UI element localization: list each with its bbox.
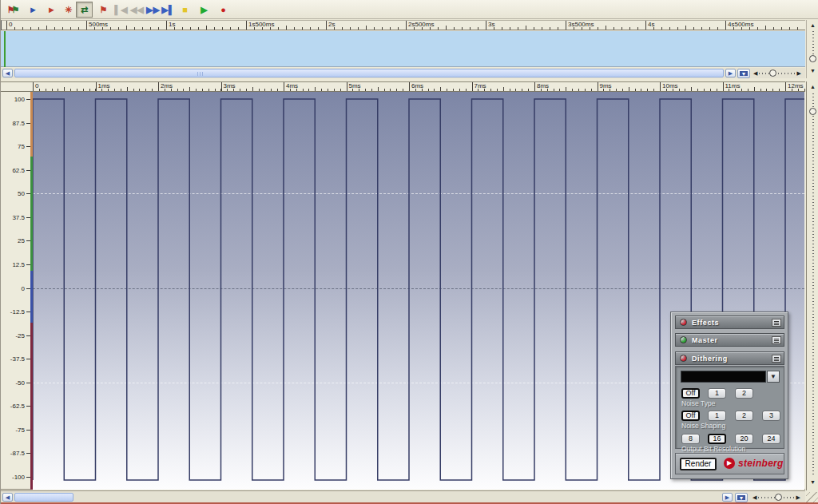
- zoom-in-icon: ▶: [797, 70, 801, 77]
- overview-view-menu-button[interactable]: ▼: [737, 69, 750, 78]
- overview-display[interactable]: [1, 31, 805, 67]
- fold-section-button[interactable]: [772, 355, 781, 363]
- main-scroll-right-button[interactable]: ▶: [722, 493, 733, 502]
- ruler-tick: [152, 89, 153, 91]
- ruler-label: 5ms: [349, 82, 361, 89]
- markers-button[interactable]: ⚑⚑: [5, 2, 22, 18]
- noise-shaping-option-2[interactable]: 2: [735, 411, 753, 421]
- zoom-knob[interactable]: [809, 108, 816, 115]
- amplitude-label: 87.5: [12, 120, 25, 127]
- noise-type-option-2[interactable]: 2: [735, 388, 753, 399]
- section-bar-effects[interactable]: Effects: [675, 315, 784, 329]
- main-scroll-left-button[interactable]: ◀: [2, 493, 13, 502]
- ruler-tick: [622, 89, 623, 91]
- ruler-tick: [183, 89, 184, 91]
- fast-forward-icon: ▶▶: [146, 6, 160, 14]
- wave-editor-window: ⚑⚑►►✳⇄⚑▌◀◀◀▶▶▶▌■▶● 0500ms1s1s500ms2s2s50…: [0, 0, 818, 504]
- zoom-knob[interactable]: [769, 69, 776, 77]
- main-horizontal-scrollbar[interactable]: ◀▶▼◀▶: [1, 490, 805, 502]
- scroll-up-icon[interactable]: ▲: [810, 84, 816, 89]
- dither-plugin-display[interactable]: [681, 371, 766, 383]
- ruler-tick: [453, 89, 454, 91]
- play-button[interactable]: ▶: [196, 2, 212, 18]
- overview-scroll-left-button[interactable]: ◀: [2, 69, 13, 77]
- section-bar-dithering[interactable]: Dithering: [675, 351, 784, 365]
- ruler-major-tick: [166, 20, 167, 30]
- overview-scroll-thumb[interactable]: [14, 69, 724, 77]
- ruler-tick: [238, 27, 239, 30]
- ruler-mid-tick: [126, 26, 127, 30]
- overview-scroll-right-button[interactable]: ▶: [725, 69, 736, 77]
- main-zoom-slider[interactable]: ◀▶: [752, 494, 800, 502]
- option-row-2: 8162024: [676, 434, 785, 444]
- ruler-tick: [653, 89, 654, 91]
- ruler-major-tick: [406, 20, 407, 30]
- overview-time-ruler[interactable]: 0500ms1s1s500ms2s2s500ms3s3s500ms4s4s500…: [1, 20, 805, 30]
- dithering-section: ▼ Off12Noise TypeOff123Noise Shaping8162…: [675, 366, 784, 449]
- output-bit-resolution-option-8[interactable]: 8: [681, 434, 700, 444]
- go-to-end-button[interactable]: ▶▌: [161, 2, 176, 18]
- dither-plugin-dropdown-button[interactable]: ▼: [767, 371, 780, 383]
- output-bit-resolution-option-16[interactable]: 16: [708, 434, 726, 444]
- ruler-tick: [510, 27, 510, 30]
- ruler-major-tick: [6, 20, 7, 30]
- scroll-down-icon[interactable]: ▼: [810, 479, 816, 485]
- overview-scrollbar[interactable]: ◀▶▼◀▶: [1, 68, 805, 78]
- main-view-menu-button[interactable]: ▼: [735, 493, 748, 502]
- play-from-cursor-button[interactable]: ►: [25, 2, 42, 18]
- marker-icon: ⚑: [100, 6, 108, 14]
- ruler-mid-tick: [127, 87, 128, 91]
- noise-type-option-off[interactable]: Off: [681, 388, 700, 399]
- error-detection-button[interactable]: ✳: [60, 2, 77, 18]
- ruler-major-tick: [96, 81, 97, 91]
- drop-marker-button[interactable]: ⚑: [95, 2, 112, 18]
- main-vertical-zoom-slider[interactable]: ▲▼: [806, 81, 818, 490]
- ruler-tick: [374, 27, 375, 30]
- amplitude-label: 75: [18, 143, 25, 150]
- play-icon: ▶: [201, 6, 207, 14]
- noise-shaping-option-3[interactable]: 3: [762, 411, 780, 421]
- render-button[interactable]: Render: [680, 458, 717, 470]
- fast-forward-button[interactable]: ▶▶: [145, 2, 161, 18]
- led-dithering: [680, 355, 687, 362]
- play-to-cursor-button[interactable]: ►: [43, 2, 60, 18]
- record-button[interactable]: ●: [215, 2, 232, 18]
- main-scroll-thumb[interactable]: [14, 493, 73, 502]
- ruler-tick: [773, 27, 774, 30]
- loop-button[interactable]: ⇄: [76, 2, 93, 18]
- ruler-tick: [598, 27, 598, 30]
- fold-section-button[interactable]: [772, 319, 781, 327]
- amplitude-axis: 10087.57562.55037.52512.50-12.5-25-37.5-…: [1, 92, 30, 490]
- amplitude-label: -100: [12, 474, 25, 481]
- noise-shaping-option-1[interactable]: 1: [708, 411, 726, 421]
- fold-section-button[interactable]: [772, 336, 781, 344]
- ruler-label: 11ms: [725, 82, 741, 89]
- resize-grip[interactable]: [806, 492, 818, 502]
- ruler-mid-tick: [685, 26, 686, 30]
- stop-button[interactable]: ■: [177, 2, 193, 18]
- overview-zoom-slider[interactable]: ◀▶: [753, 69, 801, 77]
- scroll-down-icon[interactable]: ▼: [810, 68, 816, 73]
- ruler-mid-tick: [366, 26, 367, 30]
- ruler-mid-tick: [378, 87, 379, 91]
- ruler-major-tick: [326, 20, 327, 30]
- main-time-ruler[interactable]: 01ms2ms3ms4ms5ms6ms7ms8ms9ms10ms11ms12ms: [1, 81, 805, 92]
- zoom-track: [812, 31, 814, 58]
- output-bit-resolution-option-24[interactable]: 24: [762, 434, 780, 444]
- ruler-tick: [145, 89, 146, 91]
- overview-vertical-zoom-slider[interactable]: ▲▼: [806, 20, 818, 78]
- ruler-tick: [89, 89, 90, 91]
- section-bar-master[interactable]: Master: [675, 333, 784, 347]
- ruler-major-tick: [221, 81, 222, 91]
- ruler-label: 2ms: [161, 82, 173, 89]
- zoom-knob[interactable]: [775, 494, 782, 501]
- zoom-knob[interactable]: [809, 55, 816, 62]
- noise-type-option-1[interactable]: 1: [708, 388, 726, 399]
- ruler-mid-tick: [64, 87, 65, 91]
- scroll-up-icon[interactable]: ▲: [810, 22, 816, 28]
- ruler-label: 10ms: [662, 82, 678, 89]
- noise-shaping-option-off[interactable]: Off: [681, 411, 700, 421]
- output-bit-resolution-option-20[interactable]: 20: [735, 434, 753, 444]
- ruler-mid-tick: [286, 26, 287, 30]
- ruler-tick: [578, 89, 579, 91]
